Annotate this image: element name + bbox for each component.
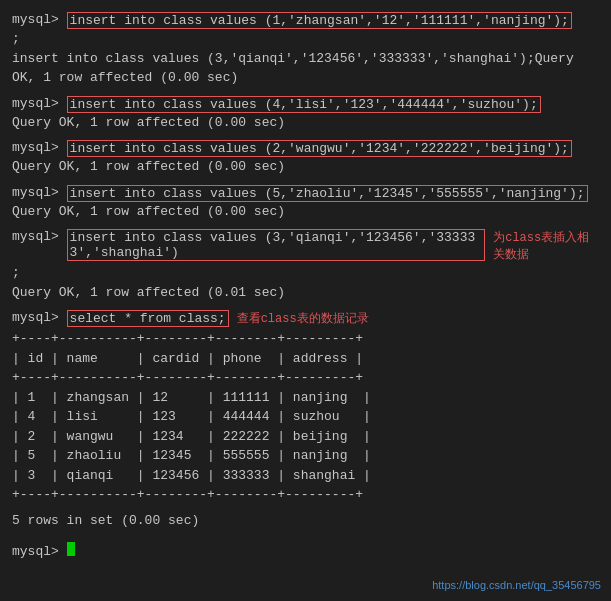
block-1: mysql> insert into class values (1,'zhan…	[12, 12, 599, 88]
table-row-1: | 1 | zhangsan | 12 | 111111 | nanjing |	[12, 388, 599, 408]
annotation-5: 为class表插入相关数据	[493, 229, 599, 263]
result-5b: Query OK, 1 row affected (0.01 sec)	[12, 283, 285, 303]
result-3: Query OK, 1 row affected (0.00 sec)	[12, 157, 285, 177]
table-row-4: | 5 | zhaoliu | 12345 | 555555 | nanjing…	[12, 446, 599, 466]
prompt-2: mysql>	[12, 96, 67, 111]
sql-2: insert into class values (4,'lisi','123'…	[67, 96, 541, 113]
prompt-3: mysql>	[12, 140, 67, 155]
table-row-2: | 4 | lisi | 123 | 444444 | suzhou |	[12, 407, 599, 427]
result-1a: ;	[12, 29, 20, 49]
sql-5: insert into class values (3,'qianqi','12…	[67, 229, 486, 261]
table-footer: 5 rows in set (0.00 sec)	[12, 511, 199, 531]
sql-6: select * from class;	[67, 310, 229, 327]
annotation-6: 查看class表的数据记录	[237, 310, 369, 327]
result-1b: insert into class values (3,'qianqi','12…	[12, 49, 574, 69]
result-1c: OK, 1 row affected (0.00 sec)	[12, 68, 238, 88]
table-sep-top: +----+----------+--------+--------+-----…	[12, 329, 599, 349]
table-sep-mid: +----+----------+--------+--------+-----…	[12, 368, 599, 388]
watermark: https://blog.csdn.net/qq_35456795	[432, 579, 601, 591]
sql-4: insert into class values (5,'zhaoliu','1…	[67, 185, 588, 202]
result-2: Query OK, 1 row affected (0.00 sec)	[12, 113, 285, 133]
block-6: mysql> select * from class; 查看class表的数据记…	[12, 310, 599, 327]
table-section: +----+----------+--------+--------+-----…	[12, 329, 599, 505]
final-prompt-line: mysql>	[12, 542, 599, 562]
prompt-4: mysql>	[12, 185, 67, 200]
table-row-3: | 2 | wangwu | 1234 | 222222 | beijing |	[12, 427, 599, 447]
table-header: | id | name | cardid | phone | address |	[12, 349, 599, 369]
prompt-6: mysql>	[12, 310, 67, 325]
sql-1: insert into class values (1,'zhangsan','…	[67, 12, 572, 29]
prompt-1: mysql>	[12, 12, 67, 27]
final-prompt: mysql>	[12, 542, 67, 562]
table-sep-bot: +----+----------+--------+--------+-----…	[12, 485, 599, 505]
cursor	[67, 542, 75, 556]
table-footer-line: 5 rows in set (0.00 sec)	[12, 511, 599, 531]
result-4: Query OK, 1 row affected (0.00 sec)	[12, 202, 285, 222]
sql-3: insert into class values (2,'wangwu','12…	[67, 140, 572, 157]
block-5: mysql> insert into class values (3,'qian…	[12, 229, 599, 302]
block-4: mysql> insert into class values (5,'zhao…	[12, 185, 599, 222]
block-3: mysql> insert into class values (2,'wang…	[12, 140, 599, 177]
table-row-5: | 3 | qianqi | 123456 | 333333 | shangha…	[12, 466, 599, 486]
prompt-5: mysql>	[12, 229, 67, 244]
result-5a: ;	[12, 263, 20, 283]
block-2: mysql> insert into class values (4,'lisi…	[12, 96, 599, 133]
terminal: mysql> insert into class values (1,'zhan…	[8, 8, 603, 566]
